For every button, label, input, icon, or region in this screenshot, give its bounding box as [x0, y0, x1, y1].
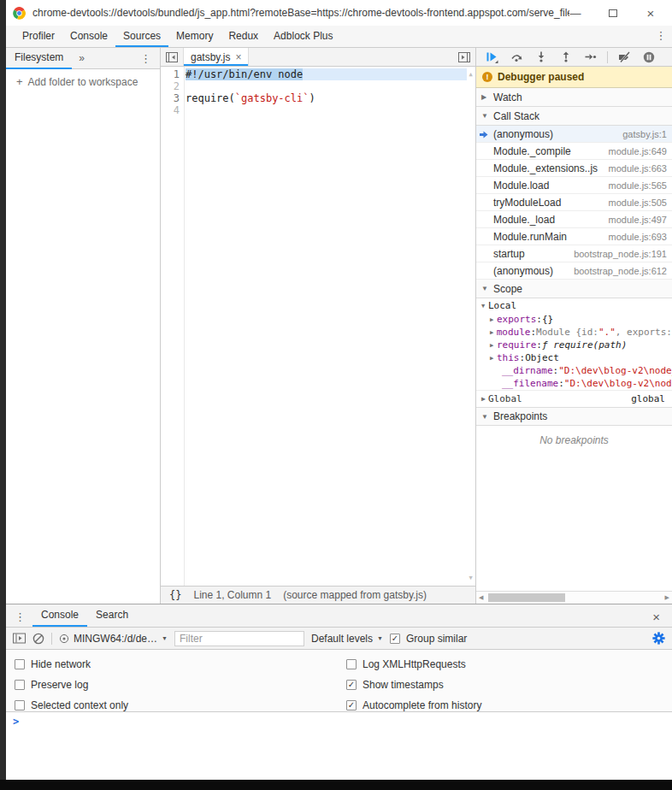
- scope-prop-exports[interactable]: ▶ exports: {}: [476, 313, 672, 326]
- template-string: `gatsby-cli`: [235, 92, 309, 104]
- show-timestamps-checkbox[interactable]: ✓Show timestamps: [346, 675, 481, 695]
- add-folder-button[interactable]: + Add folder to workspace: [6, 69, 160, 94]
- scrollbar-thumb[interactable]: [488, 593, 565, 602]
- resume-button[interactable]: [481, 50, 502, 65]
- scroll-down-icon[interactable]: ▼: [469, 572, 472, 584]
- log-levels-dropdown[interactable]: Default levels ▼: [311, 633, 383, 645]
- editor-tab-gatsby-js[interactable]: gatsby.js ×: [183, 48, 249, 66]
- scope-tree: ▼ Local ▶ exports: {} ▶ module: Module {…: [476, 298, 672, 407]
- pretty-print-button[interactable]: {}: [169, 589, 181, 601]
- step-icon[interactable]: [581, 50, 601, 65]
- scope-local-row[interactable]: ▼ Local: [476, 298, 672, 313]
- callstack-section-header[interactable]: ▼ Call Stack: [476, 107, 672, 126]
- execution-context-selector[interactable]: MINGW64:/d/de… ▼: [59, 633, 168, 645]
- debugger-horizontal-scrollbar[interactable]: ◀ ▶: [476, 591, 672, 604]
- main-menu-kebab-icon[interactable]: ⋮: [650, 26, 672, 47]
- scope-global-row[interactable]: ▶ Global global: [476, 390, 672, 407]
- scope-prop-module[interactable]: ▶ module: Module {id: ".", exports:: [476, 326, 672, 339]
- collapsed-arrow-icon: ▶: [481, 395, 488, 403]
- close-tab-icon[interactable]: ×: [235, 51, 241, 63]
- devtools-window: chrome-devtools://devtools/bundled/js_ap…: [0, 0, 672, 790]
- current-frame-arrow-icon: [480, 131, 488, 139]
- callstack-frame[interactable]: tryModuleLoadmodule.js:505: [476, 194, 672, 211]
- scope-prop-require[interactable]: ▶ require: ƒ require(path): [476, 339, 672, 351]
- tab-adblock-plus[interactable]: Adblock Plus: [266, 26, 340, 47]
- maximize-icon: [609, 9, 617, 17]
- callstack-frame[interactable]: Module.runMainmodule.js:693: [476, 228, 672, 245]
- callstack-frame[interactable]: Module._loadmodule.js:497: [476, 211, 672, 228]
- expanded-arrow-icon: ▼: [481, 413, 488, 421]
- checkbox-mark: [15, 659, 25, 669]
- debugger-paused-banner: ! Debugger paused: [476, 67, 672, 88]
- callstack-frame[interactable]: Module.loadmodule.js:565: [476, 177, 672, 194]
- drawer-tab-console[interactable]: Console: [32, 604, 87, 627]
- selected-context-only-checkbox[interactable]: Selected context only: [15, 695, 128, 716]
- tab-sources[interactable]: Sources: [115, 26, 168, 47]
- hide-navigator-icon[interactable]: [161, 48, 183, 66]
- callstack-frame[interactable]: Module._compilemodule.js:649: [476, 143, 672, 160]
- watch-section-header[interactable]: ▶ Watch: [476, 88, 672, 107]
- checkbox-mark: [346, 659, 357, 669]
- step-out-icon[interactable]: [556, 50, 576, 65]
- callstack-frame[interactable]: (anonymous) gatsby.js:1: [476, 126, 672, 143]
- navigator-sidebar: Filesystem » ⋮ + Add folder to workspace: [6, 48, 161, 604]
- debugger-sidebar: ! Debugger paused ▶ Watch ▼ Call Stack (…: [475, 48, 672, 604]
- tab-memory[interactable]: Memory: [168, 26, 221, 47]
- hide-network-checkbox[interactable]: Hide network: [15, 654, 128, 675]
- dropdown-arrow-icon: ▼: [162, 635, 168, 641]
- tab-profiler[interactable]: Profiler: [15, 26, 62, 47]
- code-editor[interactable]: 1 2 3 4 #!/usr/bin/env node require(`gat…: [161, 67, 475, 586]
- log-xmlhttprequests-checkbox[interactable]: Log XMLHttpRequests: [346, 654, 481, 675]
- close-drawer-icon[interactable]: ×: [647, 610, 665, 627]
- callstack-frame[interactable]: startupbootstrap_node.js:191: [476, 245, 672, 262]
- callstack-frame[interactable]: (anonymous)bootstrap_node.js:612: [476, 262, 672, 280]
- editor-tab-label: gatsby.js: [191, 51, 230, 63]
- toolbar-divider: [607, 51, 608, 63]
- minimize-button[interactable]: —: [569, 7, 581, 19]
- show-debugger-panel-icon[interactable]: [453, 48, 475, 66]
- clear-console-icon[interactable]: [32, 633, 44, 645]
- drawer-kebab-icon[interactable]: ⋮: [13, 610, 32, 627]
- preserve-log-checkbox[interactable]: Preserve log: [15, 675, 128, 695]
- source-mapped-note: (source mapped from gatsby.js): [283, 589, 427, 601]
- maximize-button[interactable]: [607, 7, 619, 19]
- autocomplete-from-history-checkbox[interactable]: ✓Autocomplete from history: [346, 695, 481, 716]
- tab-redux[interactable]: Redux: [221, 26, 266, 47]
- scroll-left-icon[interactable]: ◀: [476, 594, 486, 601]
- editor-vertical-scrollbar[interactable]: ▲ ▼: [467, 68, 475, 584]
- console-drawer: ⋮ Console Search ×: [6, 604, 672, 780]
- show-console-sidebar-icon[interactable]: [13, 633, 26, 644]
- console-prompt[interactable]: >: [6, 712, 672, 780]
- navigator-header: Filesystem » ⋮: [6, 48, 160, 69]
- drawer-tab-search[interactable]: Search: [87, 604, 137, 627]
- scope-prop-this[interactable]: ▶ this: Object: [476, 351, 672, 364]
- code-line-3: require(`gatsby-cli`): [186, 92, 467, 104]
- scope-label: Scope: [493, 283, 522, 295]
- navigator-kebab-icon[interactable]: ⋮: [132, 52, 160, 65]
- tab-filesystem[interactable]: Filesystem: [6, 48, 72, 69]
- context-label: MINGW64:/d/de…: [74, 633, 157, 645]
- line-number-gutter[interactable]: 1 2 3 4: [161, 67, 185, 586]
- collapsed-arrow-icon: ▶: [490, 355, 497, 362]
- expanded-arrow-icon: ▼: [481, 112, 488, 120]
- console-settings-gear-icon[interactable]: [652, 632, 665, 645]
- console-settings-panel: Hide network Preserve log Selected conte…: [6, 650, 672, 712]
- callstack-frame[interactable]: Module._extensions..jsmodule.js:663: [476, 160, 672, 177]
- drawer-tabbar: ⋮ Console Search ×: [6, 604, 672, 628]
- breakpoints-section-header[interactable]: ▼ Breakpoints: [476, 407, 672, 426]
- scroll-up-icon[interactable]: ▲: [469, 68, 472, 80]
- close-button[interactable]: ×: [645, 7, 657, 19]
- step-over-icon[interactable]: [506, 50, 527, 65]
- pause-on-exceptions-icon[interactable]: [639, 50, 659, 65]
- more-tabs-icon[interactable]: »: [72, 52, 91, 64]
- console-filter-input[interactable]: [174, 631, 304, 646]
- step-into-icon[interactable]: [531, 50, 551, 65]
- group-similar-checkbox[interactable]: ✓ Group similar: [390, 633, 467, 645]
- code-line-2: [186, 80, 467, 92]
- scroll-right-icon[interactable]: ▶: [663, 594, 672, 601]
- tab-console[interactable]: Console: [62, 26, 115, 47]
- scope-section-header[interactable]: ▼ Scope: [476, 280, 672, 298]
- deactivate-breakpoints-icon[interactable]: [614, 50, 634, 65]
- editor-status-bar: {} Line 1, Column 1 (source mapped from …: [161, 586, 475, 604]
- line-number: 2: [161, 80, 180, 92]
